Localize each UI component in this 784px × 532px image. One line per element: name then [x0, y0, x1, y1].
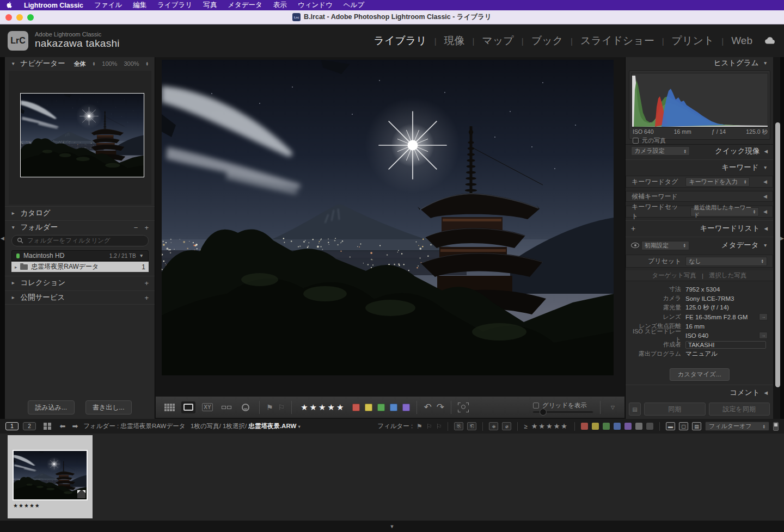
- compare-view-button[interactable]: XY: [200, 401, 215, 413]
- filter-preset-2-button[interactable]: ▢: [679, 422, 688, 430]
- add-publish-button[interactable]: +: [144, 294, 149, 302]
- filter-flag-unflagged[interactable]: ⚐: [426, 423, 432, 430]
- folder-item-selected[interactable]: ▸ 忠霊塔夜景RAWデータ 1: [11, 262, 149, 272]
- menu-metadata[interactable]: メタデータ: [228, 1, 262, 10]
- menu-file[interactable]: ファイル: [94, 1, 122, 10]
- filter-color-blue[interactable]: [614, 423, 621, 430]
- show-grid-checkbox[interactable]: [533, 403, 539, 409]
- menu-edit[interactable]: 編集: [133, 1, 146, 10]
- color-label-red[interactable]: [352, 404, 360, 411]
- menu-photo[interactable]: 写真: [203, 1, 217, 10]
- module-develop[interactable]: 現像: [444, 34, 465, 48]
- add-folder-button[interactable]: +: [144, 224, 149, 232]
- saved-preset-dropdown[interactable]: カメラ設定 ▲▼: [631, 146, 690, 156]
- navigator-preview[interactable]: [9, 71, 151, 205]
- color-label-purple[interactable]: [402, 404, 410, 411]
- module-library[interactable]: ライブラリ: [373, 34, 426, 48]
- filter-preset-1-button[interactable]: ▬: [666, 422, 675, 430]
- filter-color-yellow[interactable]: [592, 423, 599, 430]
- comments-expand-icon[interactable]: ◀: [764, 390, 768, 395]
- filter-toggle-switch[interactable]: [773, 422, 779, 431]
- histogram-plot[interactable]: [632, 73, 768, 127]
- filter-color-green[interactable]: [603, 423, 610, 430]
- flag-pick-button[interactable]: ⚑: [266, 403, 273, 412]
- next-image-button[interactable]: ➡: [72, 422, 78, 430]
- filter-adjust-on[interactable]: ≑: [489, 422, 498, 430]
- add-collection-button[interactable]: +: [144, 279, 149, 287]
- add-keyword-button[interactable]: +: [631, 224, 635, 233]
- filmstrip-source-breadcrumb[interactable]: フォルダー : 忠霊塔夜景RAWデータ 1枚の写真/ 1枚選択/ 忠霊塔夜景.A…: [83, 422, 301, 430]
- cloud-sync-icon[interactable]: [763, 36, 775, 45]
- zoom-stepper-icon[interactable]: ▲▼: [146, 61, 149, 66]
- navigator-header[interactable]: ▼ ナビゲーター 全体 ▲▼ 100% 300% ▲▼: [5, 57, 155, 70]
- menu-view[interactable]: 表示: [273, 1, 287, 10]
- filter-flag-pick[interactable]: ⚑: [416, 423, 422, 430]
- eye-icon[interactable]: [631, 243, 639, 248]
- histogram-header[interactable]: ヒストグラム ▼: [626, 57, 773, 69]
- publish-expand-icon[interactable]: ►: [11, 295, 15, 300]
- filter-edit-unapplied[interactable]: ⎗: [467, 422, 476, 430]
- metadata-collapse-icon[interactable]: ▼: [763, 243, 768, 248]
- remove-folder-button[interactable]: −: [134, 224, 138, 232]
- lens-action-button[interactable]: →: [759, 313, 768, 320]
- module-map[interactable]: マップ: [482, 34, 514, 48]
- grid-view-button[interactable]: [162, 401, 176, 413]
- bottom-panel-collapse[interactable]: ▼: [0, 521, 784, 532]
- module-slideshow[interactable]: スライドショー: [580, 34, 654, 48]
- minimize-button[interactable]: [16, 14, 23, 21]
- filter-color-gray[interactable]: [635, 423, 642, 430]
- customize-button[interactable]: カスタマイズ...: [669, 368, 729, 381]
- survey-view-button[interactable]: [219, 401, 234, 413]
- publish-services-header[interactable]: ► 公開サービス +: [5, 291, 155, 304]
- menu-library[interactable]: ライブラリ: [157, 1, 192, 10]
- navigator-zoom-fit[interactable]: 全体: [74, 60, 86, 68]
- right-panel-scrollbar[interactable]: [775, 122, 780, 387]
- color-label-yellow[interactable]: [365, 404, 372, 411]
- sync-button[interactable]: 同期: [644, 403, 706, 416]
- filter-preset-dropdown[interactable]: フィルターオフ ▲▼: [705, 422, 769, 431]
- keyword-list-expand-icon[interactable]: ◀: [764, 226, 768, 231]
- source-dropdown-icon[interactable]: ▾: [298, 424, 301, 429]
- menubar-app-name[interactable]: Lightroom Classic: [24, 2, 83, 9]
- people-view-button[interactable]: [238, 401, 253, 413]
- keywording-collapse-icon[interactable]: ▼: [763, 165, 768, 170]
- keyword-tag-expand-icon[interactable]: ◀: [763, 179, 767, 184]
- filter-color-custom[interactable]: [646, 423, 653, 430]
- suggested-keywords-expand-icon[interactable]: ◀: [763, 194, 767, 199]
- metadata-preset-dropdown[interactable]: なし ▲▼: [685, 257, 767, 266]
- grid-size-slider[interactable]: [533, 411, 593, 413]
- color-label-blue[interactable]: [390, 404, 397, 411]
- apple-icon[interactable]: [7, 2, 13, 9]
- keywording-header[interactable]: キーワード ▼: [626, 162, 773, 174]
- rotate-left-button[interactable]: ↶: [424, 401, 431, 413]
- original-photo-checkbox[interactable]: [633, 138, 639, 144]
- filter-edit-applied[interactable]: ⎘: [454, 422, 463, 430]
- module-print[interactable]: プリント: [672, 34, 714, 48]
- loupe-view-button[interactable]: [181, 401, 195, 413]
- folders-header[interactable]: ▼ フォルダー − +: [5, 221, 155, 234]
- zoom-button[interactable]: [27, 14, 34, 21]
- toolbar-options-dropdown[interactable]: ▽: [608, 405, 618, 410]
- volume-collapse-icon[interactable]: ▼: [139, 253, 144, 258]
- menu-help[interactable]: ヘルプ: [344, 1, 364, 10]
- volume-row[interactable]: Macintosh HD 1.2 / 21 TB ▼: [11, 250, 149, 261]
- right-panel-collapse-arrow[interactable]: ▶: [780, 57, 784, 419]
- catalog-header[interactable]: ► カタログ: [5, 207, 155, 220]
- module-web[interactable]: Web: [731, 35, 752, 47]
- navigator-preview-photo[interactable]: [21, 94, 144, 177]
- star-rating-control[interactable]: ★★★★★: [301, 403, 345, 412]
- metadata-header[interactable]: 初期設定 ▲▼ メタデータ ▼: [626, 239, 773, 251]
- rotate-right-button[interactable]: ↷: [437, 401, 444, 413]
- import-button[interactable]: 読み込み...: [28, 400, 75, 415]
- collections-expand-icon[interactable]: ►: [11, 280, 15, 286]
- comments-header[interactable]: コメント ◀: [626, 387, 773, 399]
- menu-window[interactable]: ウィンドウ: [298, 1, 333, 10]
- close-button[interactable]: [5, 14, 12, 21]
- painter-tool-button[interactable]: [458, 403, 469, 412]
- filter-preset-3-button[interactable]: ▤: [692, 422, 701, 430]
- target-photo-tab[interactable]: ターゲット写真: [652, 271, 696, 280]
- collections-header[interactable]: ► コレクション +: [5, 276, 155, 289]
- main-window-button[interactable]: 1: [5, 422, 19, 430]
- navigator-collapse-icon[interactable]: ▼: [11, 61, 15, 66]
- navigator-zoom-300[interactable]: 300%: [124, 60, 139, 67]
